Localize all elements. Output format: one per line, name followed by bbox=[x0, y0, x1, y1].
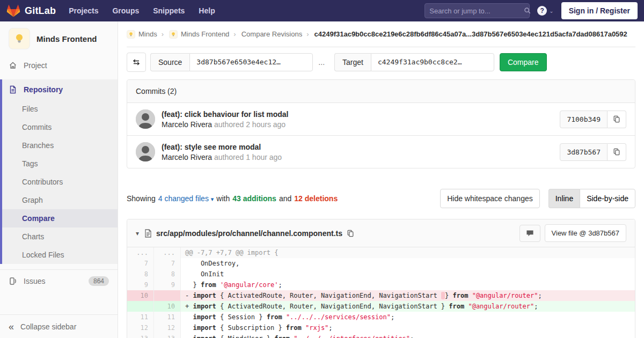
sidebar-item-compare[interactable]: Compare bbox=[2, 209, 118, 227]
sidebar-item-project[interactable]: Project bbox=[0, 55, 118, 76]
diff-summary: Showing 4 changed files ▾ with 43 additi… bbox=[127, 189, 635, 208]
diff-old-line-number[interactable]: 12 bbox=[127, 322, 154, 333]
diff-code-line[interactable]: import { MindsUser } from "../../../inte… bbox=[181, 333, 635, 338]
commit-author-avatar[interactable] bbox=[136, 109, 155, 129]
diff-row: 10 - import { ActivatedRoute, Router, Na… bbox=[127, 290, 635, 301]
diff-new-line-number[interactable]: 13 bbox=[154, 333, 181, 338]
help-icon: ? bbox=[537, 6, 547, 16]
source-ref-group: Source 3d87b567e6503e4ec12… bbox=[150, 53, 313, 71]
commit-author[interactable]: Marcelo Rivera bbox=[162, 120, 212, 129]
search-box[interactable] bbox=[425, 3, 530, 18]
diff-new-line-number[interactable]: 8 bbox=[154, 269, 181, 280]
commit-sha[interactable]: 3d87b567 bbox=[560, 143, 608, 161]
target-ref-field[interactable]: c4249f31ac9b0cc8ce2… bbox=[371, 53, 494, 71]
breadcrumb-item: Minds Frontend › bbox=[169, 30, 237, 39]
nav-link-projects[interactable]: Projects bbox=[69, 6, 98, 15]
layout: Minds Frontend Project bbox=[0, 21, 644, 338]
diff-new-line-number[interactable]: 11 bbox=[154, 312, 181, 322]
diff-file-path[interactable]: src/app/modules/pro/channel/channel.comp… bbox=[156, 229, 342, 238]
view-file-button[interactable]: View file @ 3d87b567 bbox=[545, 224, 626, 242]
commit-meta: Marcelo Rivera authored 2 hours ago bbox=[162, 120, 289, 129]
gitlab-logo[interactable]: GitLab bbox=[6, 4, 56, 18]
swap-revisions-button[interactable] bbox=[127, 53, 146, 72]
diff-old-line-number[interactable] bbox=[127, 301, 154, 312]
diff-row: 7 7 OnDestroy, bbox=[127, 258, 635, 269]
commit-title[interactable]: (feat): click behaviour for list modal bbox=[162, 110, 289, 119]
search-input[interactable] bbox=[429, 7, 524, 15]
diff-view-buttons: Hide whitespace changes Inline Side-by-s… bbox=[440, 189, 635, 208]
breadcrumb-item: Minds › bbox=[127, 30, 165, 39]
diff-new-line-number[interactable] bbox=[154, 290, 181, 301]
source-ref-field[interactable]: 3d87b567e6503e4ec12… bbox=[189, 53, 313, 71]
nav-link-groups[interactable]: Groups bbox=[112, 6, 139, 15]
compare-button[interactable]: Compare bbox=[500, 53, 547, 71]
copy-sha-button[interactable] bbox=[608, 143, 626, 161]
project-header[interactable]: Minds Frontend bbox=[0, 21, 118, 55]
diff-old-line-number[interactable]: 8 bbox=[127, 269, 154, 280]
chevron-down-icon: ⌄ bbox=[549, 8, 553, 14]
sign-in-button[interactable]: Sign in / Register bbox=[561, 2, 638, 19]
collapse-sidebar-button[interactable]: « Collapse sidebar bbox=[0, 314, 118, 338]
breadcrumb-link-minds-frontend[interactable]: Minds Frontend bbox=[181, 30, 229, 38]
nav-link-help[interactable]: Help bbox=[199, 6, 215, 15]
help-menu[interactable]: ? ⌄ bbox=[537, 6, 553, 16]
diff-code-line[interactable]: + import { ActivatedRoute, Router, Navig… bbox=[181, 301, 635, 312]
sidebar-item-repository[interactable]: Repository bbox=[2, 79, 118, 100]
diff-old-line-number[interactable]: 13 bbox=[127, 333, 154, 338]
copy-path-icon[interactable] bbox=[347, 230, 354, 237]
copy-sha-button[interactable] bbox=[608, 111, 626, 128]
diff-old-line-number[interactable]: 11 bbox=[127, 312, 154, 322]
sidebar-item-files[interactable]: Files bbox=[2, 100, 118, 118]
diff-new-line-number[interactable]: 7 bbox=[154, 258, 181, 269]
sidebar-item-commits[interactable]: Commits bbox=[2, 118, 118, 136]
diff-old-line-number[interactable]: 10 bbox=[127, 290, 154, 301]
diff-new-line-number[interactable]: 10 bbox=[154, 301, 181, 312]
sidebar-item-issues[interactable]: Issues 864 bbox=[0, 269, 118, 292]
comment-button[interactable] bbox=[519, 225, 540, 242]
sidebar-item-branches[interactable]: Branches bbox=[2, 136, 118, 155]
diff-code-line[interactable]: } from '@angular/core'; bbox=[181, 280, 635, 290]
breadcrumb-link-minds[interactable]: Minds bbox=[138, 30, 157, 38]
diff-old-line-number[interactable]: 7 bbox=[127, 258, 154, 269]
diff-code-line[interactable]: OnDestroy, bbox=[181, 258, 635, 269]
commit-title[interactable]: (feat): style see more modal bbox=[162, 143, 282, 151]
diff-new-line-number[interactable]: 9 bbox=[154, 280, 181, 290]
diff-code-line[interactable]: import { Subscription } from "rxjs"; bbox=[181, 322, 635, 333]
nav-links: ProjectsGroupsSnippetsHelp bbox=[69, 6, 215, 15]
sidebar-item-graph[interactable]: Graph bbox=[2, 191, 118, 209]
commit-author-avatar[interactable] bbox=[136, 142, 155, 161]
diff-header-actions: View file @ 3d87b567 bbox=[519, 224, 626, 242]
sidebar-item-label: Project bbox=[24, 61, 47, 70]
additions-count: 43 additions bbox=[232, 194, 276, 203]
collapse-diff-caret-icon[interactable]: ▾ bbox=[136, 230, 139, 237]
inline-view-button[interactable]: Inline bbox=[548, 189, 580, 208]
breadcrumb-avatar-icon bbox=[127, 30, 135, 39]
commit-author[interactable]: Marcelo Rivera bbox=[162, 153, 212, 161]
side-by-side-view-button[interactable]: Side-by-side bbox=[580, 189, 635, 208]
hide-whitespace-button[interactable]: Hide whitespace changes bbox=[440, 189, 540, 208]
sidebar-item-locked-files[interactable]: Locked Files bbox=[2, 246, 118, 264]
diff-new-line-number[interactable]: 12 bbox=[154, 322, 181, 333]
diff-code-line[interactable]: - import { ActivatedRoute, Router, Navig… bbox=[181, 290, 635, 301]
diff-row: 11 11 import { Session } from "../../../… bbox=[127, 312, 635, 322]
diff-new-line-number[interactable]: ... bbox=[154, 247, 181, 258]
summary-mid1: with bbox=[216, 194, 230, 203]
diff-old-line-number[interactable]: ... bbox=[127, 247, 154, 258]
commit-sha[interactable]: 7100b349 bbox=[560, 111, 608, 128]
file-icon bbox=[144, 229, 152, 238]
diff-row: 9 9 } from '@angular/core'; bbox=[127, 280, 635, 290]
diff-code-line[interactable]: OnInit bbox=[181, 269, 635, 280]
commits-panel-header: Commits (2) bbox=[127, 80, 635, 103]
issues-icon bbox=[9, 277, 17, 285]
sidebar-item-tags[interactable]: Tags bbox=[2, 155, 118, 173]
sidebar-item-charts[interactable]: Charts bbox=[2, 227, 118, 246]
changed-files-dropdown[interactable]: 4 changed files ▾ bbox=[158, 194, 214, 203]
nav-link-snippets[interactable]: Snippets bbox=[153, 6, 185, 15]
diff-old-line-number[interactable]: 9 bbox=[127, 280, 154, 290]
sidebar-section-repository: Repository FilesCommitsBranchesTagsContr… bbox=[0, 79, 118, 264]
breadcrumb-link-compare-revisions[interactable]: Compare Revisions bbox=[241, 30, 302, 38]
diff-code-line[interactable]: @@ -7,7 +7,7 @@ import { bbox=[181, 247, 635, 258]
sidebar-item-contributors[interactable]: Contributors bbox=[2, 173, 118, 191]
diff-code-line[interactable]: import { Session } from "../../../servic… bbox=[181, 312, 635, 322]
caret-down-icon: ▾ bbox=[211, 196, 214, 202]
